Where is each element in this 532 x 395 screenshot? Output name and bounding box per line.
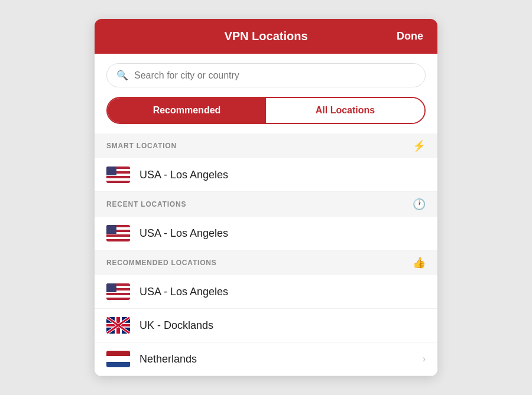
usa-flag [106, 167, 130, 183]
app-container: VPN Locations Done 🔍 Recommended All Loc… [95, 19, 437, 376]
location-name: UK - Docklands [140, 319, 213, 332]
search-container: 🔍 [95, 54, 437, 97]
location-name: USA - Los Angeles [140, 169, 228, 181]
done-button[interactable]: Done [388, 30, 423, 43]
location-name: Netherlands [140, 353, 197, 365]
list-item[interactable]: UK - Docklands [95, 309, 437, 342]
chevron-right-icon: › [423, 354, 426, 364]
header: VPN Locations Done [95, 19, 437, 54]
list-item[interactable]: USA - Los Angeles [95, 158, 437, 192]
tabs: Recommended All Locations [106, 97, 426, 124]
list-item[interactable]: USA - Los Angeles [95, 275, 437, 309]
tabs-container: Recommended All Locations [95, 97, 437, 133]
location-name: USA - Los Angeles [140, 286, 228, 298]
location-name: USA - Los Angeles [140, 227, 228, 240]
search-box[interactable]: 🔍 [106, 63, 426, 87]
list-item[interactable]: USA - Los Angeles [95, 217, 437, 250]
smart-location-section-header: SMART LOCATION ⚡ [95, 133, 437, 158]
recent-locations-label: RECENT LOCATIONS [106, 200, 186, 208]
usa-flag [106, 225, 130, 241]
tab-all-locations[interactable]: All Locations [266, 98, 424, 123]
search-icon: 🔍 [116, 70, 128, 81]
thumbsup-icon: 👍 [413, 256, 426, 269]
recent-locations-section-header: RECENT LOCATIONS 🕐 [95, 192, 437, 217]
clock-icon: 🕐 [413, 198, 426, 211]
usa-flag [106, 283, 130, 300]
recommended-locations-label: RECOMMENDED LOCATIONS [106, 259, 217, 267]
netherlands-flag [106, 351, 130, 367]
uk-flag [106, 317, 130, 334]
smart-location-label: SMART LOCATION [106, 142, 177, 150]
recommended-locations-section-header: RECOMMENDED LOCATIONS 👍 [95, 250, 437, 275]
search-input[interactable] [134, 70, 416, 81]
list-item[interactable]: Netherlands › [95, 342, 437, 376]
tab-recommended[interactable]: Recommended [108, 98, 266, 123]
header-title: VPN Locations [144, 30, 388, 43]
lightning-icon: ⚡ [413, 139, 426, 152]
